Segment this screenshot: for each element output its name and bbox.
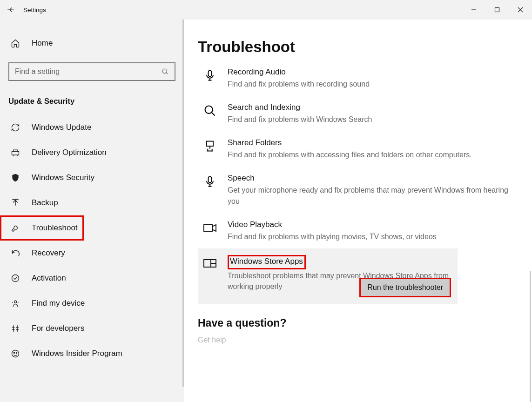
troubleshooter-desc: Find and fix problems with recording sou… <box>228 79 513 89</box>
svg-rect-13 <box>209 71 212 77</box>
minimize-button[interactable] <box>462 0 485 20</box>
sidebar-home-label: Home <box>32 39 53 48</box>
sidebar-item-label: Windows Security <box>32 173 94 182</box>
main-scrollbar[interactable] <box>530 271 531 402</box>
sidebar-item-find-my-device[interactable]: Find my device <box>0 291 184 316</box>
troubleshooter-desc: Find and fix problems with Windows Searc… <box>228 114 513 125</box>
svg-point-8 <box>12 275 19 282</box>
sidebar-item-for-developers[interactable]: For developers <box>0 316 184 341</box>
section-label: Update & Security <box>0 81 184 115</box>
sidebar-item-windows-update[interactable]: Windows Update <box>0 115 184 140</box>
microphone-icon <box>202 174 217 189</box>
activation-icon <box>10 273 20 283</box>
shield-icon <box>10 173 20 183</box>
sidebar-item-delivery-optimization[interactable]: Delivery Optimization <box>0 140 184 165</box>
troubleshooter-title: Windows Store Apps <box>228 255 306 269</box>
sidebar-item-label: Windows Insider Program <box>32 349 122 358</box>
troubleshooter-desc: Get your microphone ready and fix proble… <box>228 185 513 206</box>
sidebar-item-label: For developers <box>32 324 84 333</box>
svg-point-4 <box>162 69 167 73</box>
troubleshooter-speech[interactable]: Speech Get your microphone ready and fix… <box>198 167 518 213</box>
svg-point-12 <box>16 352 17 353</box>
troubleshooter-video-playback[interactable]: Video Playback Find and fix problems wit… <box>198 213 518 248</box>
sidebar-item-label: Backup <box>32 198 58 208</box>
svg-rect-1 <box>495 8 499 12</box>
troubleshooter-shared-folders[interactable]: Shared Folders Find and fix problems wit… <box>198 131 518 167</box>
get-help-link[interactable]: Get help <box>198 336 518 344</box>
sidebar-item-troubleshoot[interactable]: Troubleshoot <box>0 215 84 241</box>
find-device-icon <box>10 298 20 308</box>
developer-icon <box>10 323 20 334</box>
sidebar-item-insider-program[interactable]: Windows Insider Program <box>0 341 184 366</box>
sidebar-item-label: Troubleshoot <box>32 223 78 233</box>
svg-rect-6 <box>12 152 19 155</box>
sidebar-item-backup[interactable]: Backup <box>0 190 184 215</box>
svg-point-14 <box>205 106 213 114</box>
have-a-question-heading: Have a question? <box>198 317 518 329</box>
troubleshooter-search-indexing[interactable]: Search and Indexing Find and fix problem… <box>198 96 518 131</box>
svg-point-10 <box>12 350 19 357</box>
search-input[interactable] <box>15 67 162 76</box>
window-title: Settings <box>23 7 46 13</box>
svg-rect-18 <box>204 225 212 231</box>
maximize-button[interactable] <box>485 0 509 20</box>
refresh-icon <box>10 122 20 133</box>
search-icon <box>162 68 169 75</box>
close-button[interactable] <box>509 0 532 20</box>
video-icon <box>202 221 217 235</box>
sidebar-item-label: Recovery <box>32 248 65 258</box>
recovery-icon <box>10 248 20 258</box>
sidebar-search[interactable] <box>8 62 175 81</box>
home-icon <box>10 38 20 48</box>
svg-point-11 <box>13 352 14 353</box>
search-magnifier-icon <box>202 103 217 118</box>
sidebar: Home Update & Security Windows Update De… <box>0 20 184 402</box>
network-share-icon <box>202 139 217 154</box>
troubleshooter-recording-audio[interactable]: Recording Audio Find and fix problems wi… <box>198 60 518 96</box>
troubleshooter-desc: Find and fix problems with accessing fil… <box>228 149 513 160</box>
sidebar-item-label: Delivery Optimization <box>32 148 107 157</box>
back-icon[interactable] <box>7 6 15 14</box>
store-apps-icon <box>202 256 217 271</box>
sidebar-item-activation[interactable]: Activation <box>0 266 184 291</box>
svg-line-15 <box>212 113 215 116</box>
svg-line-5 <box>166 73 168 74</box>
troubleshooter-windows-store-apps[interactable]: Windows Store Apps Troubleshoot problems… <box>198 248 458 304</box>
svg-point-9 <box>14 301 17 303</box>
sidebar-item-label: Activation <box>32 274 66 283</box>
troubleshooter-title: Speech <box>228 173 513 184</box>
sidebar-item-label: Windows Update <box>32 123 92 132</box>
run-troubleshooter-button[interactable]: Run the troubleshooter <box>359 278 451 297</box>
backup-icon <box>10 198 20 208</box>
window-titlebar: Settings <box>0 0 532 20</box>
troubleshooter-title: Video Playback <box>228 220 513 230</box>
sidebar-item-windows-security[interactable]: Windows Security <box>0 165 184 190</box>
wrench-icon <box>10 223 20 233</box>
main-content: Troubleshoot Recording Audio Find and fi… <box>184 20 532 402</box>
microphone-icon <box>202 68 217 83</box>
troubleshooter-title: Recording Audio <box>228 67 513 78</box>
delivery-icon <box>10 147 20 158</box>
troubleshooter-title: Shared Folders <box>228 138 513 148</box>
svg-rect-17 <box>209 177 212 183</box>
troubleshooter-desc: Find and fix problems with playing movie… <box>228 231 513 242</box>
page-title: Troubleshoot <box>198 38 518 56</box>
sidebar-item-label: Find my device <box>32 299 85 308</box>
sidebar-home[interactable]: Home <box>0 33 184 54</box>
svg-rect-16 <box>207 141 213 147</box>
troubleshooter-title: Search and Indexing <box>228 102 513 113</box>
sidebar-item-recovery[interactable]: Recovery <box>0 241 184 266</box>
insider-icon <box>10 348 20 359</box>
